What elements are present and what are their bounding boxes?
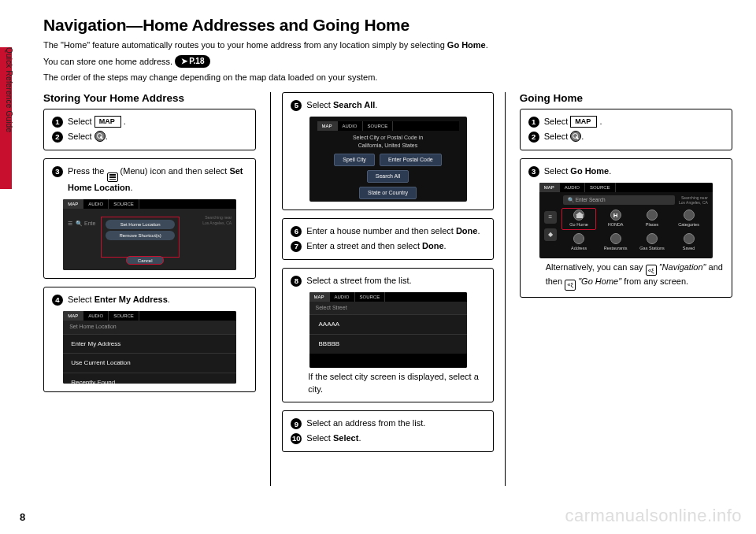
- side-tab-label: Quick Reference Guide: [5, 47, 13, 189]
- mock-cell: HONDA: [598, 208, 633, 230]
- step-num-1: 1: [52, 117, 63, 128]
- step-text: Select Go Home.: [544, 165, 612, 178]
- step-text: Enter a house number and then select Don…: [306, 225, 480, 238]
- arrow-icon: ➤: [181, 56, 187, 68]
- storing-heading: Storing Your Home Address: [43, 92, 256, 104]
- mock-btn: Search All: [367, 170, 410, 183]
- screenshot-go-home: MAPAUDIOSOURCE 🔍 Enter Search Searching …: [539, 183, 713, 258]
- mock-cell: Categories: [671, 208, 706, 230]
- step-box-g3: 3 Select Go Home. MAPAUDIOSOURCE 🔍 Enter…: [520, 158, 732, 299]
- page-ref-text: P.18: [189, 57, 204, 65]
- mock-cancel: Cancel: [126, 256, 164, 265]
- step-text: Select Select.: [306, 432, 361, 445]
- intro-text: .: [486, 40, 488, 50]
- mock-bg-text: Searching nearLos Angeles, CA: [202, 215, 232, 227]
- page-ref-badge: ➤P.18: [175, 55, 210, 69]
- voice-icon: «ξ: [565, 280, 576, 291]
- step-num-9: 9: [291, 418, 302, 429]
- mock-row: AAAAA: [309, 314, 467, 334]
- mock-cell: Address: [561, 232, 597, 254]
- mock-side-btn: ≡: [544, 211, 557, 224]
- step-box-4: 4 Select Enter My Address. MAPAUDIOSOURC…: [43, 287, 256, 392]
- mock-row: Enter My Address: [63, 334, 236, 354]
- step-num-8: 8: [291, 276, 302, 287]
- screenshot-enter-address: MAPAUDIOSOURCE Set Home Location Enter M…: [63, 311, 236, 384]
- screenshot-search-all: MAPAUDIOSOURCE Select City or Postal Cod…: [309, 117, 467, 202]
- mock-row: BBBBB: [309, 334, 467, 354]
- step-text: Press the (Menu) icon and then select Se…: [68, 165, 247, 195]
- page-number: 8: [20, 511, 25, 523]
- step-box-8: 8 Select a street from the list. MAPAUDI…: [282, 268, 493, 403]
- mock-menu-item: Remove Shortcut(s): [106, 231, 175, 240]
- mock-cell: Restaurants: [598, 232, 633, 254]
- step-box-9-10: 9 Select an address from the list. 10 Se…: [282, 410, 493, 452]
- mock-cell: Places: [635, 208, 670, 230]
- step-text: Select Enter My Address.: [68, 294, 170, 306]
- search-icon: [94, 131, 106, 142]
- alt-note: Alternatively, you can say «ξ "Navigatio…: [546, 261, 724, 291]
- step-num-2: 2: [52, 132, 63, 143]
- step-num-4: 4: [52, 295, 63, 306]
- step-box-5: 5 Select Search All. MAPAUDIOSOURCE Sele…: [282, 92, 493, 210]
- intro-line-2: You can store one home address. ➤P.18: [43, 55, 732, 69]
- page-content: Navigation—Home Addresses and Going Home…: [43, 16, 732, 510]
- step-num-6: 6: [291, 226, 302, 237]
- screenshot-set-home: MAPAUDIOSOURCE ☰ 🔍 Ente Searching nearLo…: [63, 199, 236, 270]
- column-2: 5 Select Search All. MAPAUDIOSOURCE Sele…: [270, 92, 505, 486]
- step-text: Select .: [68, 131, 108, 143]
- intro-bold: Go Home: [447, 40, 486, 50]
- map-button-icon: MAP: [570, 116, 597, 128]
- screenshot-select-street: MAPAUDIOSOURCE Select Street AAAAA BBBBB: [309, 292, 467, 368]
- menu-icon: [107, 172, 118, 182]
- mock-search: 🔍 Enter Search: [563, 195, 675, 205]
- step-num-3: 3: [528, 166, 539, 177]
- columns: Storing Your Home Address 1 Select MAP .…: [43, 92, 732, 486]
- search-icon: [570, 131, 581, 142]
- mock-bg-text: ☰ 🔍 Ente: [68, 220, 95, 228]
- step-num-5: 5: [291, 100, 302, 111]
- mock-btn: State or Country: [359, 187, 417, 199]
- step-box-1-2: 1 Select MAP . 2 Select .: [43, 109, 256, 150]
- intro-line-3: The order of the steps may change depend…: [43, 72, 732, 84]
- mock-right-text: Searching nearLos Angeles, CA: [679, 195, 708, 205]
- mock-hint: Select City or Postal Code inCalifornia,…: [317, 134, 459, 148]
- mock-side-btn: ◆: [544, 228, 557, 241]
- page-title: Navigation—Home Addresses and Going Home: [43, 16, 732, 35]
- step-text: Select MAP .: [544, 116, 602, 128]
- step-text: Select a street from the list.: [306, 275, 411, 287]
- map-button-icon: MAP: [94, 116, 121, 128]
- step-num-3: 3: [52, 166, 63, 177]
- going-heading: Going Home: [520, 92, 732, 104]
- mock-btn: Enter Postal Code: [380, 154, 442, 166]
- mock-cell: Gas Stations: [635, 232, 670, 254]
- step-text: Select .: [544, 131, 584, 143]
- mock-row: Recently Found: [63, 373, 236, 384]
- mock-row: Use Current Location: [63, 353, 236, 373]
- step-text: Enter a street and then select Done.: [306, 240, 446, 253]
- mock-cell-go-home: Go Home: [561, 208, 597, 230]
- mock-header: Set Home Location: [63, 321, 236, 333]
- step-box-3: 3 Press the (Menu) icon and then select …: [43, 158, 256, 279]
- mock-btn: Spell City: [334, 154, 375, 166]
- column-3: Going Home 1 Select MAP . 2 Select . 3 S…: [520, 92, 732, 486]
- voice-icon: «ξ: [646, 265, 657, 276]
- step-num-7: 7: [291, 241, 302, 252]
- step-text: Select an address from the list.: [306, 417, 425, 430]
- intro-text: The "Home" feature automatically routes …: [43, 40, 447, 50]
- step-num-10: 10: [291, 433, 302, 444]
- mock-menu-item: Set Home Location: [106, 220, 175, 229]
- mock-header: Select Street: [309, 302, 467, 314]
- intro-line-1: The "Home" feature automatically routes …: [43, 39, 732, 52]
- step-note: If the select city screen is displayed, …: [308, 371, 484, 396]
- watermark: carmanualsonline.info: [565, 506, 742, 526]
- step-text: Select MAP .: [68, 116, 126, 128]
- intro-text: You can store one home address.: [43, 57, 175, 66]
- step-box-g1-2: 1 Select MAP . 2 Select .: [520, 109, 732, 150]
- step-text: Select Search All.: [306, 99, 377, 112]
- step-box-6-7: 6 Enter a house number and then select D…: [282, 218, 493, 260]
- column-1: Storing Your Home Address 1 Select MAP .…: [43, 92, 256, 486]
- step-num-2: 2: [528, 132, 539, 143]
- mock-cell: Saved: [671, 232, 706, 254]
- step-num-1: 1: [528, 117, 539, 128]
